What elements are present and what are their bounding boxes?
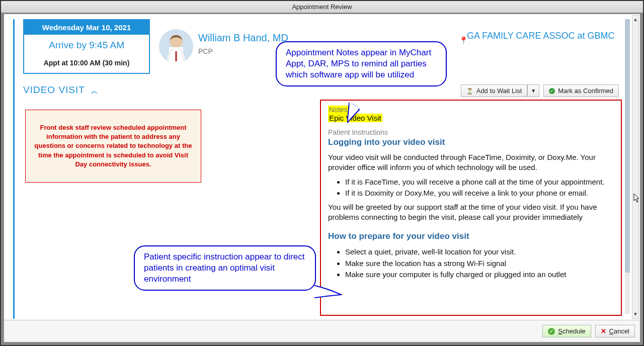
add-to-wait-list-dropdown[interactable]: ▼ (527, 84, 539, 97)
front-desk-note-text: Front desk staff review scheduled appoin… (33, 123, 194, 169)
x-icon: ✕ (601, 327, 606, 335)
instructions-para1: Your video visit will be conducted throu… (328, 152, 614, 173)
add-to-wait-list-label: Add to Wait List (476, 87, 522, 95)
svg-rect-4 (176, 51, 177, 61)
add-to-wait-list-button[interactable]: Add to Wait List (461, 84, 528, 97)
check-icon (548, 328, 555, 335)
instructions-bullet-2a: Select a quiet, private, well-lit locati… (345, 247, 614, 257)
callout-instructions-tail (314, 285, 342, 307)
callout-notes: Appointment Notes appear in MyChart Appt… (276, 41, 447, 86)
arrive-by: Arrive by 9:45 AM (24, 35, 149, 56)
front-desk-note: Front desk staff review scheduled appoin… (25, 110, 201, 183)
outer-scrollbar[interactable]: ▲ ▼ (632, 15, 639, 319)
patient-instructions-label: Patient Instructions (328, 128, 614, 136)
add-to-wait-list-split-button[interactable]: Add to Wait List ▼ (461, 84, 539, 97)
content-area: Wednesday Mar 10, 2021 Arrive by 9:45 AM… (4, 14, 631, 319)
instructions-para2: You will be greeted by our support staff… (328, 202, 614, 223)
location-name[interactable]: GA FAMILY CARE ASSOC at GBMC (467, 30, 618, 42)
cancel-button-label: Cancel (609, 327, 629, 335)
visit-type-label: VIDEO VISIT (23, 84, 85, 95)
window-title: Appointment Review (1, 1, 643, 13)
hourglass-icon (466, 87, 473, 95)
cursor-icon (633, 193, 640, 205)
check-circle-icon (549, 88, 555, 94)
action-button-row: Add to Wait List ▼ Mark as Confirmed (461, 84, 619, 97)
client-area: Wednesday Mar 10, 2021 Arrive by 9:45 AM… (4, 14, 640, 342)
instructions-bullet-1a: If it is FaceTime, you will receive a ph… (345, 177, 614, 187)
provider-avatar (159, 29, 193, 63)
instructions-bullet-2b: Make sure the location has a strong Wi-F… (345, 258, 614, 269)
mark-as-confirmed-label: Mark as Confirmed (558, 87, 613, 95)
schedule-button-label: Schedule (558, 327, 585, 335)
inner-scrollbar-thumb[interactable] (625, 19, 630, 273)
schedule-button[interactable]: Schedule (542, 325, 591, 337)
instructions-heading-login: Logging into your video visit (328, 137, 614, 147)
provider-role: PCP (198, 47, 213, 55)
mark-as-confirmed-button[interactable]: Mark as Confirmed (543, 84, 619, 97)
inner-scrollbar[interactable] (625, 19, 630, 314)
scroll-up-icon[interactable]: ▲ (632, 16, 638, 24)
dialog-footer: Schedule ✕ Cancel (4, 320, 640, 342)
appointment-date: Wednesday Mar 10, 2021 (24, 20, 149, 35)
timeline-bar (13, 19, 15, 319)
cancel-button[interactable]: ✕ Cancel (595, 325, 635, 337)
scroll-down-icon[interactable]: ▼ (632, 310, 638, 318)
appointment-card: Wednesday Mar 10, 2021 Arrive by 9:45 AM… (23, 19, 150, 74)
appointment-time: Appt at 10:00 AM (30 min) (24, 56, 149, 73)
instructions-heading-prepare: How to prepare for your video visit (328, 231, 614, 242)
instructions-bullet-2c: Make sure your computer is fully charged… (345, 270, 614, 280)
notes-and-instructions-panel: Notes Epic Video Visit Patient Instructi… (320, 100, 622, 316)
provider-name[interactable]: William B Hand, MD (198, 32, 288, 44)
instructions-body: Your video visit will be conducted throu… (328, 152, 614, 280)
instructions-bullet-1b: If it is Doximity or Doxy.Me, you will r… (345, 188, 614, 198)
visit-type-header[interactable]: VIDEO VISIT ︽ (23, 84, 99, 96)
callout-instructions: Patient specific instruction appear to d… (134, 245, 316, 291)
callout-notes-tail (347, 103, 369, 125)
notes-section-label: Notes (328, 106, 349, 114)
appointment-review-window: Appointment Review Wednesday Mar 10, 202… (0, 0, 644, 346)
chevron-up-icon: ︽ (91, 86, 99, 95)
